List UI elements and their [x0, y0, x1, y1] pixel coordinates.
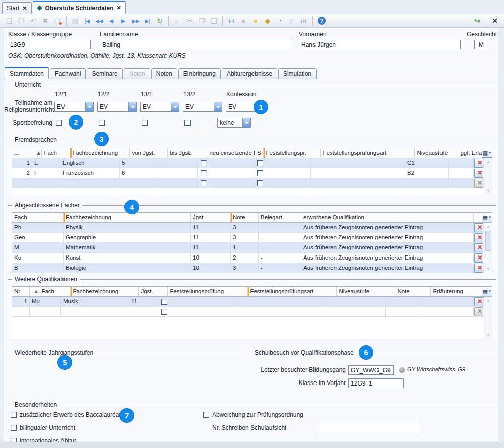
- table-row[interactable]: MMathematik 111 -Aus früheren Zeugnisnot…: [12, 243, 492, 253]
- report-icon[interactable]: ▯: [286, 16, 297, 26]
- tab-fachwahl[interactable]: Fachwahl: [50, 68, 86, 79]
- record-sphere-icon[interactable]: ●: [238, 16, 249, 26]
- fast-back-icon[interactable]: ◀◀: [94, 16, 105, 26]
- undo-icon[interactable]: ↶: [28, 16, 39, 26]
- cut-icon[interactable]: ✂: [184, 16, 195, 26]
- table-row[interactable]: KuKunst 102 -Aus früheren Zeugnisnoten g…: [12, 253, 492, 263]
- tab-start[interactable]: Start ✕: [2, 2, 32, 14]
- chevron-down-icon[interactable]: [128, 102, 136, 111]
- tab-oberstufe-schuelerdaten[interactable]: ◆ Oberstufe Schülerdaten ✕: [33, 1, 126, 14]
- religion-dropdown-13-2[interactable]: EV: [183, 102, 222, 112]
- table-row[interactable]: 1E Englisch5 C1: [12, 158, 492, 168]
- vertical-scrollbar[interactable]: ▲ ▼: [484, 158, 492, 195]
- scroll-down-icon[interactable]: ▼: [484, 332, 492, 339]
- back-arrow-icon[interactable]: ←: [172, 16, 183, 26]
- chevron-down-icon[interactable]: [85, 102, 93, 111]
- scroll-up-icon[interactable]: ▲: [484, 158, 492, 165]
- refresh-icon[interactable]: ↻: [154, 16, 165, 26]
- table-icon[interactable]: ▦: [70, 16, 81, 26]
- previous-record-icon[interactable]: ◀: [106, 16, 117, 26]
- vertical-scrollbar[interactable]: ▲ ▼: [484, 223, 492, 273]
- export-icon[interactable]: ↪: [472, 16, 483, 26]
- fremdsprachen-table-header[interactable]: ...▲ Fach Fachbezeichnung von Jgst. bis …: [12, 148, 492, 158]
- abweichung-checkbox[interactable]: [203, 412, 209, 418]
- new-record-icon[interactable]: ❏: [4, 16, 15, 26]
- table-row[interactable]: GeoGeographie 113 -Aus früheren Zeugnisn…: [12, 233, 492, 243]
- bilingual-checkbox[interactable]: [11, 425, 17, 431]
- table-row[interactable]: [12, 307, 492, 317]
- klasse-vorjahr-input[interactable]: [348, 378, 404, 388]
- chevron-down-icon[interactable]: [171, 102, 179, 111]
- tab-simulation[interactable]: Simulation: [278, 68, 317, 79]
- delete-row-button[interactable]: [474, 253, 483, 263]
- feststellungspr-checkbox[interactable]: [257, 180, 263, 186]
- print-icon[interactable]: ⊟: [226, 16, 237, 26]
- table-row[interactable]: PhPhysik 113 -Aus früheren Zeugnisnoten …: [12, 223, 492, 233]
- neu-einsetzende-fs-checkbox[interactable]: [201, 170, 207, 176]
- religion-dropdown-12-2[interactable]: EV: [97, 102, 137, 112]
- table-row[interactable]: 2F Französisch6 B2: [12, 168, 492, 178]
- tab-start-close-icon[interactable]: ✕: [22, 5, 27, 12]
- delete-row-button[interactable]: [474, 169, 483, 178]
- feststellungspr-checkbox[interactable]: [257, 170, 263, 176]
- alarm-clock-icon[interactable]: ◔: [274, 16, 285, 26]
- religion-dropdown-12-1[interactable]: EV: [54, 102, 94, 112]
- scroll-up-icon[interactable]: ▲: [484, 223, 492, 230]
- first-record-icon[interactable]: |◀: [82, 16, 93, 26]
- delete-record-icon[interactable]: ✖: [40, 16, 51, 26]
- sportbefreiung-checkbox-13-2[interactable]: [184, 120, 191, 126]
- save-icon[interactable]: ❒: [16, 16, 27, 26]
- klasse-input[interactable]: [8, 40, 91, 49]
- delete-row-button[interactable]: [474, 307, 483, 316]
- abgeschlossene-table-header[interactable]: Fach Fachbezeichnung Jgst. Note Belegart…: [12, 213, 492, 223]
- vertical-scrollbar[interactable]: ▲ ▼: [484, 297, 492, 339]
- table-row[interactable]: 1Mu Musik11: [12, 297, 492, 307]
- tab-abiturergebnisse[interactable]: Abiturergebnisse: [222, 68, 277, 79]
- next-record-icon[interactable]: ▶: [118, 16, 129, 26]
- chevron-down-icon[interactable]: [214, 102, 222, 111]
- tab-oberstufe-close-icon[interactable]: ✕: [117, 5, 121, 11]
- print-list-icon[interactable]: ⊞: [298, 16, 309, 26]
- table-row[interactable]: BBiologie 103 -Aus früheren Zeugnisnoten…: [12, 263, 492, 273]
- vornamen-input[interactable]: [299, 40, 461, 49]
- scroll-up-icon[interactable]: ▲: [484, 297, 492, 304]
- delete-row-button[interactable]: [474, 233, 483, 242]
- feststellungspruefung-checkbox[interactable]: [161, 299, 167, 305]
- window-close-icon[interactable]: ✕: [489, 16, 500, 26]
- sportbefreiung-checkbox-13-1[interactable]: [142, 120, 148, 126]
- delete-row-button[interactable]: [474, 264, 483, 273]
- baccalaureat-checkbox[interactable]: [11, 412, 17, 418]
- neu-einsetzende-fs-checkbox[interactable]: [201, 160, 207, 166]
- bell-icon[interactable]: ◆: [262, 16, 273, 26]
- column-config-button[interactable]: ▦▼: [482, 148, 492, 158]
- feststellungspruefung-checkbox[interactable]: [161, 309, 167, 315]
- scroll-down-icon[interactable]: ▼: [484, 187, 492, 195]
- geschlecht-input[interactable]: [474, 40, 488, 49]
- tab-seminare[interactable]: Seminare: [87, 68, 122, 79]
- fast-forward-icon[interactable]: ▶▶: [130, 16, 141, 26]
- last-record-icon[interactable]: ▶|: [142, 16, 153, 26]
- scrollbar-thumb[interactable]: [485, 231, 491, 251]
- chevron-down-icon[interactable]: [242, 118, 250, 127]
- sportbefreiung-checkbox-12-1[interactable]: [56, 120, 62, 126]
- delete-row-button[interactable]: [474, 243, 483, 252]
- sportbefreiung-dropdown[interactable]: keine: [217, 118, 251, 128]
- column-config-button[interactable]: ▦▼: [482, 286, 492, 296]
- neu-einsetzende-fs-checkbox[interactable]: [201, 180, 207, 186]
- tab-einbringung[interactable]: Einbringung: [178, 68, 221, 79]
- help-icon[interactable]: ?: [318, 17, 326, 25]
- sportbefreiung-checkbox-12-2[interactable]: [99, 120, 105, 126]
- bildungsgang-input[interactable]: [348, 365, 394, 375]
- feststellungspr-checkbox[interactable]: [257, 160, 263, 166]
- table-row[interactable]: [12, 178, 492, 188]
- edit-form-icon[interactable]: ▤: [52, 16, 63, 26]
- familienname-input[interactable]: [100, 40, 293, 49]
- tab-noten[interactable]: Noten: [151, 68, 177, 79]
- schreiben-input[interactable]: [316, 423, 421, 432]
- paste-icon[interactable]: ❑: [208, 16, 219, 26]
- hint-lightbulb-icon[interactable]: ●: [250, 16, 261, 26]
- scroll-down-icon[interactable]: ▼: [484, 266, 492, 273]
- tab-stammdaten[interactable]: Stammdaten: [5, 67, 49, 79]
- delete-row-button[interactable]: [474, 223, 483, 232]
- delete-row-button[interactable]: [474, 159, 483, 168]
